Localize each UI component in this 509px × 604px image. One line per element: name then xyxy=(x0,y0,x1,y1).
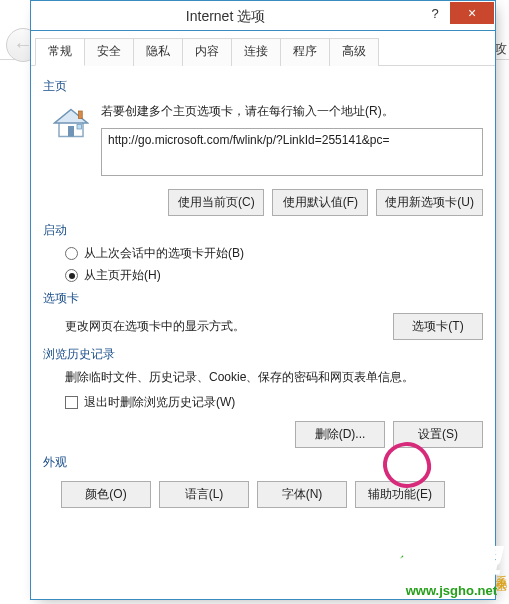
tab-content[interactable]: 内容 xyxy=(182,38,232,66)
accessibility-button[interactable]: 辅助功能(E) xyxy=(355,481,445,508)
svg-rect-3 xyxy=(77,125,82,130)
help-button[interactable]: ? xyxy=(420,2,450,24)
radio-start-home-label: 从主页开始(H) xyxy=(84,267,161,284)
section-tabs-title: 选项卡 xyxy=(43,290,483,307)
use-default-button[interactable]: 使用默认值(F) xyxy=(272,189,368,216)
section-startup-title: 启动 xyxy=(43,222,483,239)
home-description: 若要创建多个主页选项卡，请在每行输入一个地址(R)。 xyxy=(101,103,483,120)
language-button[interactable]: 语言(L) xyxy=(159,481,249,508)
use-current-button[interactable]: 使用当前页(C) xyxy=(168,189,264,216)
tabs-button[interactable]: 选项卡(T) xyxy=(393,313,483,340)
checkbox-delete-on-exit-label: 退出时删除浏览历史记录(W) xyxy=(84,394,235,411)
home-icon xyxy=(53,130,89,144)
tabs-description: 更改网页在选项卡中的显示方式。 xyxy=(65,318,383,335)
radio-start-last[interactable] xyxy=(65,247,78,260)
fonts-button[interactable]: 字体(N) xyxy=(257,481,347,508)
watermark-url: www.jsgho.net xyxy=(406,583,497,598)
svg-rect-2 xyxy=(68,126,74,137)
section-appearance-title: 外观 xyxy=(43,454,483,471)
tab-connections[interactable]: 连接 xyxy=(231,38,281,66)
checkbox-delete-on-exit[interactable] xyxy=(65,396,78,409)
settings-button[interactable]: 设置(S) xyxy=(393,421,483,448)
section-history-title: 浏览历史记录 xyxy=(43,346,483,363)
tabstrip: 常规 安全 隐私 内容 连接 程序 高级 xyxy=(31,31,495,66)
close-button[interactable]: × xyxy=(450,2,494,24)
delete-button[interactable]: 删除(D)... xyxy=(295,421,385,448)
use-newtab-button[interactable]: 使用新选项卡(U) xyxy=(376,189,483,216)
tab-security[interactable]: 安全 xyxy=(84,38,134,66)
colors-button[interactable]: 颜色(O) xyxy=(61,481,151,508)
watermark-text: 技术员联盟 xyxy=(356,542,501,580)
tab-programs[interactable]: 程序 xyxy=(280,38,330,66)
tab-advanced[interactable]: 高级 xyxy=(329,38,379,66)
history-description: 删除临时文件、历史记录、Cookie、保存的密码和网页表单信息。 xyxy=(65,369,483,386)
homepage-url-input[interactable] xyxy=(101,128,483,176)
watermark-side: 系统大全 xyxy=(494,566,509,574)
radio-start-last-label: 从上次会话中的选项卡开始(B) xyxy=(84,245,244,262)
window-title: Internet 选项 xyxy=(31,1,420,30)
tab-general[interactable]: 常规 xyxy=(35,38,85,66)
radio-start-home[interactable] xyxy=(65,269,78,282)
tab-privacy[interactable]: 隐私 xyxy=(133,38,183,66)
svg-rect-4 xyxy=(79,111,83,119)
dialog-content: 主页 若要创建多个主页选项卡，请在每行输入一个地址(R)。 xyxy=(31,66,495,599)
section-home-title: 主页 xyxy=(43,78,483,95)
internet-options-dialog: Internet 选项 ? × 常规 安全 隐私 内容 连接 程序 高级 主页 xyxy=(30,0,496,600)
titlebar: Internet 选项 ? × xyxy=(31,1,495,31)
